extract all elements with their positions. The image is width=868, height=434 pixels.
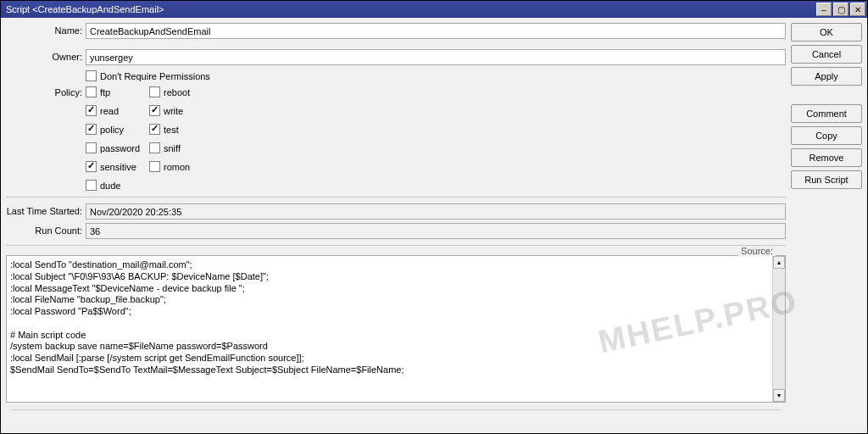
policy-reboot-checkbox[interactable]	[149, 86, 160, 97]
titlebar-buttons: – ▢ ✕	[816, 3, 865, 16]
policy-write-checkbox[interactable]	[149, 105, 160, 116]
titlebar[interactable]: Script <CreateBackupAndSendEmail> – ▢ ✕	[1, 1, 867, 18]
last-started-label: Last Time Started:	[6, 203, 82, 216]
source-editor[interactable]: :local SendTo "destination_mail@mail.com…	[6, 255, 786, 403]
policy-dude-checkbox[interactable]	[86, 180, 97, 191]
policy-password-checkbox[interactable]	[86, 142, 97, 153]
source-label: Source:	[738, 246, 776, 256]
policy-sniff-checkbox[interactable]	[149, 142, 160, 153]
policy-policy-checkbox[interactable]	[86, 124, 97, 135]
maximize-button[interactable]: ▢	[833, 3, 849, 16]
comment-button[interactable]: Comment	[791, 104, 862, 123]
name-input[interactable]	[86, 23, 786, 39]
source-text[interactable]: :local SendTo "destination_mail@mail.com…	[7, 256, 772, 402]
scroll-up-icon[interactable]: ▴	[773, 256, 785, 269]
owner-label: Owner:	[6, 49, 82, 62]
last-started-value: Nov/20/2020 20:25:35	[86, 203, 786, 220]
policy-grid: ftp reboot read write policy test passwo…	[86, 85, 251, 191]
script-dialog: Script <CreateBackupAndSendEmail> – ▢ ✕ …	[0, 0, 868, 434]
apply-button[interactable]: Apply	[791, 67, 862, 86]
dont-require-permissions-checkbox[interactable]	[86, 70, 97, 81]
owner-input[interactable]	[86, 49, 786, 65]
scroll-down-icon[interactable]: ▾	[773, 389, 785, 402]
name-label: Name:	[6, 23, 82, 36]
close-button[interactable]: ✕	[850, 3, 865, 16]
policy-sensitive-checkbox[interactable]	[86, 161, 97, 172]
run-script-button[interactable]: Run Script	[791, 170, 862, 189]
cancel-button[interactable]: Cancel	[791, 45, 862, 64]
scrollbar[interactable]: ▴ ▾	[772, 256, 785, 402]
status-bar	[11, 409, 781, 425]
minimize-button[interactable]: –	[816, 3, 832, 16]
ok-button[interactable]: OK	[791, 23, 862, 42]
remove-button[interactable]: Remove	[791, 148, 862, 167]
policy-read-checkbox[interactable]	[86, 105, 97, 116]
policy-label: Policy:	[6, 85, 82, 97]
window-title: Script <CreateBackupAndSendEmail>	[6, 4, 816, 14]
run-count-label: Run Count:	[6, 223, 82, 236]
copy-button[interactable]: Copy	[791, 126, 862, 145]
dont-require-permissions-label: Don't Require Permissions	[100, 71, 210, 81]
run-count-value: 36	[86, 223, 786, 239]
policy-romon-checkbox[interactable]	[149, 161, 160, 172]
policy-ftp-checkbox[interactable]	[86, 86, 97, 97]
button-column: OK Cancel Apply Comment Copy Remove Run …	[791, 23, 862, 428]
policy-test-checkbox[interactable]	[149, 124, 160, 135]
